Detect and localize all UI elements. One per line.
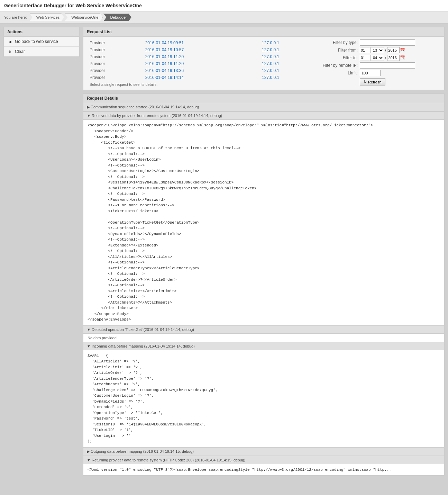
request-list-body: Provider 2016-01-04 19:09:51 127.0.0.1 P… [83, 37, 444, 90]
filter-limit-label: Limit: [320, 71, 358, 75]
filter-to-cal-icon[interactable]: 📅 [400, 55, 405, 60]
select-hint: Select a single request to see its detai… [87, 82, 320, 87]
date-sep-1: / [385, 48, 386, 53]
row-ip: 127.0.0.1 [259, 39, 320, 46]
clear-button[interactable]: 🗑 Clear [4, 47, 79, 56]
filter-limit-row: Limit: [320, 70, 441, 76]
details-sections-container: ▶ Communication sequence started (2016-0… [83, 103, 444, 476]
details-section-comm-sequence: ▶ Communication sequence started (2016-0… [83, 103, 444, 112]
request-details-title: Request Details [83, 94, 444, 103]
title-text: GenericInterface Debugger for Web Servic… [4, 3, 142, 8]
filter-from-year[interactable] [387, 47, 400, 53]
row-timestamp: 2016-01-04 19:13:36 [143, 67, 259, 74]
row-timestamp: 2016-01-04 19:11:20 [143, 53, 259, 60]
row-type: Provider [87, 60, 143, 67]
sidebar-title: Actions [4, 27, 79, 37]
refresh-button[interactable]: ↻ Refresh [360, 78, 385, 86]
filter-to-row: Filter to: 04 / 📅 [320, 55, 441, 61]
you-are-here-label: You are here: [4, 15, 27, 19]
section-header-received-data[interactable]: ▼ Received data by provider from remote … [83, 112, 444, 120]
refresh-icon: ↻ [364, 80, 367, 84]
row-timestamp: 2016-01-04 19:14:14 [143, 74, 259, 81]
list-left: Provider 2016-01-04 19:09:51 127.0.0.1 P… [87, 39, 320, 87]
breadcrumb-item-webserviceone[interactable]: WebserviceOne [65, 14, 103, 21]
table-row[interactable]: Provider 2016-01-04 19:11:20 127.0.0.1 [87, 53, 320, 60]
filter-type-row: Filter by type: [320, 39, 441, 46]
filter-type-input[interactable] [360, 39, 415, 46]
row-type: Provider [87, 74, 143, 81]
table-row[interactable]: Provider 2016-01-04 19:10:57 127.0.0.1 [87, 46, 320, 53]
row-type: Provider [87, 53, 143, 60]
filter-ip-label: Filter by remote IP: [320, 63, 358, 68]
filter-ip-input[interactable] [360, 62, 415, 69]
filter-to-year[interactable] [387, 55, 400, 61]
section-header-returning-data[interactable]: ▼ Returning provider data to remote syst… [83, 456, 444, 464]
no-data-detected-operation: No data provided [83, 334, 444, 342]
details-section-returning-data: ▼ Returning provider data to remote syst… [83, 456, 444, 476]
go-back-button[interactable]: ◀ Go back to web service [4, 37, 79, 47]
filter-to-month[interactable]: 04 [371, 55, 384, 61]
details-section-incoming-data: ▼ Incoming data before mapping (2016-01-… [83, 342, 444, 448]
section-header-detected-operation[interactable]: ▼ Detected operation 'TicketGet' (2016-0… [83, 326, 444, 334]
row-ip: 127.0.0.1 [259, 67, 320, 74]
request-details-section: Request Details ▶ Communication sequence… [83, 93, 445, 476]
code-block-incoming-data: $VAR1 = { 'AllArticles' => '?', 'Article… [83, 350, 444, 447]
row-ip: 127.0.0.1 [259, 74, 320, 81]
details-section-received-data: ▼ Received data by provider from remote … [83, 112, 444, 326]
table-row[interactable]: Provider 2016-01-04 19:09:51 127.0.0.1 [87, 39, 320, 46]
clear-label: Clear [15, 49, 25, 54]
row-ip: 127.0.0.1 [259, 60, 320, 67]
request-list-title: Request List [83, 27, 444, 37]
sidebar: Actions ◀ Go back to web service 🗑 Clear [3, 27, 80, 57]
row-timestamp: 2016-01-04 19:10:57 [143, 46, 259, 53]
filter-from-date: 13 / 📅 [360, 47, 405, 53]
details-section-outgoing-data: ▶ Outgoing data before mapping (2016-01-… [83, 448, 444, 456]
go-back-label: Go back to web service [15, 39, 58, 44]
filter-from-month[interactable]: 13 [371, 47, 384, 53]
page-title: GenericInterface Debugger for Web Servic… [0, 0, 448, 11]
refresh-label: Refresh [368, 80, 382, 84]
filter-from-cal-icon[interactable]: 📅 [400, 48, 405, 53]
filter-limit-input[interactable] [360, 70, 381, 76]
table-row[interactable]: Provider 2016-01-04 19:14:14 127.0.0.1 [87, 74, 320, 81]
date-sep-2: / [385, 55, 386, 60]
details-section-detected-operation: ▼ Detected operation 'TicketGet' (2016-0… [83, 326, 444, 342]
breadcrumb-bar: You are here: Web Services WebserviceOne… [0, 11, 448, 24]
back-icon: ◀ [7, 39, 13, 44]
filter-to-day[interactable] [360, 55, 370, 61]
filter-from-day[interactable] [360, 47, 370, 53]
list-content: Provider 2016-01-04 19:09:51 127.0.0.1 P… [87, 39, 441, 87]
content-area: Request List Provider 2016-01-04 19:09:5… [83, 27, 445, 476]
filter-from-label: Filter from: [320, 48, 358, 53]
filter-refresh-row: ↻ Refresh [320, 78, 441, 86]
request-table: Provider 2016-01-04 19:09:51 127.0.0.1 P… [87, 39, 320, 81]
table-row[interactable]: Provider 2016-01-04 19:11:20 127.0.0.1 [87, 60, 320, 67]
trash-icon: 🗑 [7, 49, 13, 54]
section-header-outgoing-data[interactable]: ▶ Outgoing data before mapping (2016-01-… [83, 448, 444, 456]
filter-to-label: Filter to: [320, 55, 358, 60]
code-block-received-data: <soapenv:Envelope xmlns:soapenv="http://… [83, 120, 444, 325]
breadcrumb-item-webservices[interactable]: Web Services [30, 14, 64, 21]
table-row[interactable]: Provider 2016-01-04 19:13:36 127.0.0.1 [87, 67, 320, 74]
row-timestamp: 2016-01-04 19:09:51 [143, 39, 259, 46]
request-list-section: Request List Provider 2016-01-04 19:09:5… [83, 27, 445, 90]
code-block-returning-data: <?xml version="1.0" encoding="UTF-8"?><s… [83, 464, 444, 476]
row-ip: 127.0.0.1 [259, 46, 320, 53]
section-header-incoming-data[interactable]: ▼ Incoming data before mapping (2016-01-… [83, 342, 444, 350]
row-ip: 127.0.0.1 [259, 53, 320, 60]
filter-type-label: Filter by type: [320, 40, 358, 45]
filter-ip-row: Filter by remote IP: [320, 62, 441, 69]
section-header-comm-sequence[interactable]: ▶ Communication sequence started (2016-0… [83, 103, 444, 111]
filter-to-date: 04 / 📅 [360, 55, 405, 61]
row-type: Provider [87, 46, 143, 53]
breadcrumb-item-debugger[interactable]: Debugger [103, 14, 131, 21]
row-type: Provider [87, 39, 143, 46]
filter-from-row: Filter from: 13 / 📅 [320, 47, 441, 53]
row-timestamp: 2016-01-04 19:11:20 [143, 60, 259, 67]
filter-panel: Filter by type: Filter from: 13 / [320, 39, 441, 87]
row-type: Provider [87, 67, 143, 74]
